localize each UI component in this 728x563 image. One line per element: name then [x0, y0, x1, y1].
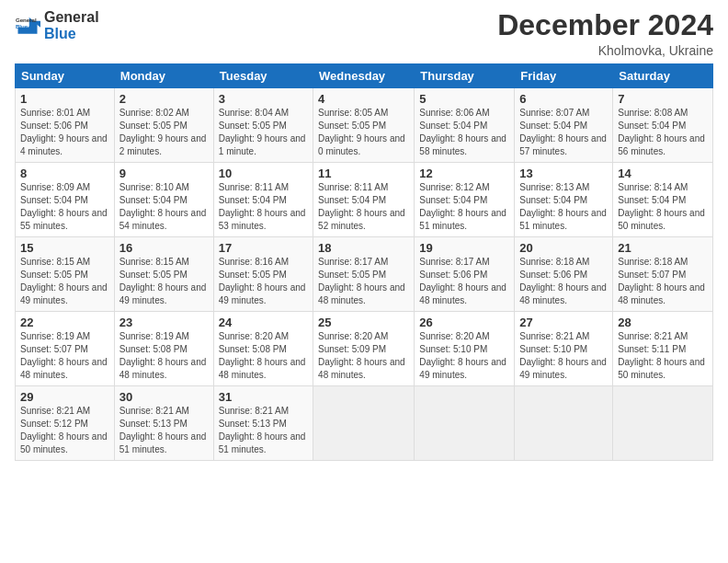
table-row: 12 Sunrise: 8:12 AMSunset: 5:04 PMDaylig… — [415, 163, 515, 237]
table-row: 20 Sunrise: 8:18 AMSunset: 5:06 PMDaylig… — [515, 237, 613, 312]
day-number: 31 — [219, 390, 308, 404]
cell-info: Sunrise: 8:17 AMSunset: 5:05 PMDaylight:… — [318, 257, 405, 305]
day-number: 21 — [618, 241, 708, 255]
table-row: 4 Sunrise: 8:05 AMSunset: 5:05 PMDayligh… — [313, 88, 415, 163]
table-row: 9 Sunrise: 8:10 AMSunset: 5:04 PMDayligh… — [114, 163, 213, 237]
cell-info: Sunrise: 8:05 AMSunset: 5:05 PMDaylight:… — [318, 108, 405, 156]
day-number: 16 — [119, 241, 209, 255]
table-row: 1 Sunrise: 8:01 AMSunset: 5:06 PMDayligh… — [16, 88, 115, 163]
day-number: 19 — [419, 241, 509, 255]
cell-info: Sunrise: 8:12 AMSunset: 5:04 PMDaylight:… — [419, 182, 506, 231]
day-number: 26 — [419, 316, 509, 329]
cell-info: Sunrise: 8:19 AMSunset: 5:07 PMDaylight:… — [20, 331, 108, 380]
day-number: 13 — [519, 167, 608, 180]
table-row: 25 Sunrise: 8:20 AMSunset: 5:09 PMDaylig… — [313, 312, 415, 386]
header: General Blue General Blue December 2024 … — [15, 9, 713, 58]
table-row: 5 Sunrise: 8:06 AMSunset: 5:04 PMDayligh… — [415, 88, 515, 163]
cell-info: Sunrise: 8:11 AMSunset: 5:04 PMDaylight:… — [318, 182, 405, 231]
cell-info: Sunrise: 8:07 AMSunset: 5:04 PMDaylight:… — [519, 108, 607, 156]
table-row — [313, 386, 415, 461]
title-block: December 2024 Kholmovka, Ukraine — [497, 9, 713, 58]
table-row: 28 Sunrise: 8:21 AMSunset: 5:11 PMDaylig… — [613, 312, 713, 386]
location: Kholmovka, Ukraine — [497, 43, 713, 58]
page: General Blue General Blue December 2024 … — [0, 0, 728, 563]
day-number: 6 — [519, 92, 608, 106]
day-number: 22 — [20, 316, 109, 329]
table-row: 17 Sunrise: 8:16 AMSunset: 5:05 PMDaylig… — [213, 237, 313, 312]
day-number: 4 — [318, 92, 409, 106]
logo: General Blue General Blue — [15, 9, 99, 41]
cell-info: Sunrise: 8:16 AMSunset: 5:05 PMDaylight:… — [219, 257, 306, 305]
day-number: 15 — [20, 241, 109, 255]
table-row: 15 Sunrise: 8:15 AMSunset: 5:05 PMDaylig… — [16, 237, 115, 312]
day-number: 27 — [519, 316, 608, 329]
cell-info: Sunrise: 8:14 AMSunset: 5:04 PMDaylight:… — [618, 182, 705, 231]
table-row: 14 Sunrise: 8:14 AMSunset: 5:04 PMDaylig… — [613, 163, 713, 237]
table-row: 3 Sunrise: 8:04 AMSunset: 5:05 PMDayligh… — [213, 88, 313, 163]
table-row: 18 Sunrise: 8:17 AMSunset: 5:05 PMDaylig… — [313, 237, 415, 312]
table-row: 6 Sunrise: 8:07 AMSunset: 5:04 PMDayligh… — [515, 88, 613, 163]
table-row: 7 Sunrise: 8:08 AMSunset: 5:04 PMDayligh… — [613, 88, 713, 163]
calendar-row: 8 Sunrise: 8:09 AMSunset: 5:04 PMDayligh… — [16, 163, 713, 237]
day-number: 2 — [119, 92, 209, 106]
day-number: 1 — [20, 92, 109, 106]
table-row: 24 Sunrise: 8:20 AMSunset: 5:08 PMDaylig… — [213, 312, 313, 386]
table-row: 30 Sunrise: 8:21 AMSunset: 5:13 PMDaylig… — [114, 386, 213, 461]
cell-info: Sunrise: 8:19 AMSunset: 5:08 PMDaylight:… — [119, 331, 207, 380]
cell-info: Sunrise: 8:08 AMSunset: 5:04 PMDaylight:… — [618, 108, 705, 156]
svg-text:General: General — [16, 16, 37, 22]
table-row: 8 Sunrise: 8:09 AMSunset: 5:04 PMDayligh… — [16, 163, 115, 237]
cell-info: Sunrise: 8:20 AMSunset: 5:09 PMDaylight:… — [318, 331, 405, 380]
calendar-row: 29 Sunrise: 8:21 AMSunset: 5:12 PMDaylig… — [16, 386, 713, 461]
table-row — [515, 386, 613, 461]
table-row: 27 Sunrise: 8:21 AMSunset: 5:10 PMDaylig… — [515, 312, 613, 386]
col-monday: Monday — [114, 64, 213, 88]
day-number: 28 — [618, 316, 708, 329]
table-row: 22 Sunrise: 8:19 AMSunset: 5:07 PMDaylig… — [16, 312, 115, 386]
day-number: 29 — [20, 390, 109, 404]
table-row: 26 Sunrise: 8:20 AMSunset: 5:10 PMDaylig… — [415, 312, 515, 386]
cell-info: Sunrise: 8:18 AMSunset: 5:06 PMDaylight:… — [519, 257, 607, 305]
month-title: December 2024 — [497, 9, 713, 41]
day-number: 14 — [618, 167, 708, 180]
cell-info: Sunrise: 8:18 AMSunset: 5:07 PMDaylight:… — [618, 257, 705, 305]
table-row — [415, 386, 515, 461]
cell-info: Sunrise: 8:11 AMSunset: 5:04 PMDaylight:… — [219, 182, 306, 231]
cell-info: Sunrise: 8:21 AMSunset: 5:13 PMDaylight:… — [119, 406, 207, 454]
cell-info: Sunrise: 8:21 AMSunset: 5:13 PMDaylight:… — [219, 406, 306, 454]
day-number: 8 — [20, 167, 109, 180]
cell-info: Sunrise: 8:20 AMSunset: 5:10 PMDaylight:… — [419, 331, 506, 380]
calendar-header-row: Sunday Monday Tuesday Wednesday Thursday… — [16, 64, 713, 88]
day-number: 30 — [119, 390, 209, 404]
cell-info: Sunrise: 8:13 AMSunset: 5:04 PMDaylight:… — [519, 182, 607, 231]
day-number: 9 — [119, 167, 209, 180]
col-sunday: Sunday — [16, 64, 115, 88]
table-row: 29 Sunrise: 8:21 AMSunset: 5:12 PMDaylig… — [16, 386, 115, 461]
calendar-row: 22 Sunrise: 8:19 AMSunset: 5:07 PMDaylig… — [16, 312, 713, 386]
cell-info: Sunrise: 8:20 AMSunset: 5:08 PMDaylight:… — [219, 331, 306, 380]
cell-info: Sunrise: 8:21 AMSunset: 5:12 PMDaylight:… — [20, 406, 108, 454]
table-row: 11 Sunrise: 8:11 AMSunset: 5:04 PMDaylig… — [313, 163, 415, 237]
cell-info: Sunrise: 8:04 AMSunset: 5:05 PMDaylight:… — [219, 108, 306, 156]
day-number: 24 — [219, 316, 308, 329]
cell-info: Sunrise: 8:06 AMSunset: 5:04 PMDaylight:… — [419, 108, 506, 156]
calendar-body: 1 Sunrise: 8:01 AMSunset: 5:06 PMDayligh… — [16, 88, 713, 461]
table-row: 23 Sunrise: 8:19 AMSunset: 5:08 PMDaylig… — [114, 312, 213, 386]
day-number: 3 — [219, 92, 308, 106]
col-tuesday: Tuesday — [213, 64, 313, 88]
table-row: 21 Sunrise: 8:18 AMSunset: 5:07 PMDaylig… — [613, 237, 713, 312]
day-number: 23 — [119, 316, 209, 329]
cell-info: Sunrise: 8:15 AMSunset: 5:05 PMDaylight:… — [20, 257, 108, 305]
day-number: 25 — [318, 316, 409, 329]
col-saturday: Saturday — [613, 64, 713, 88]
col-thursday: Thursday — [415, 64, 515, 88]
calendar-table: Sunday Monday Tuesday Wednesday Thursday… — [15, 63, 713, 461]
cell-info: Sunrise: 8:09 AMSunset: 5:04 PMDaylight:… — [20, 182, 108, 231]
logo-text: General Blue — [44, 9, 99, 41]
table-row — [613, 386, 713, 461]
logo-icon: General Blue — [15, 13, 40, 39]
day-number: 12 — [419, 167, 509, 180]
calendar-row: 15 Sunrise: 8:15 AMSunset: 5:05 PMDaylig… — [16, 237, 713, 312]
calendar-row: 1 Sunrise: 8:01 AMSunset: 5:06 PMDayligh… — [16, 88, 713, 163]
logo-blue-text: Blue — [44, 26, 99, 42]
